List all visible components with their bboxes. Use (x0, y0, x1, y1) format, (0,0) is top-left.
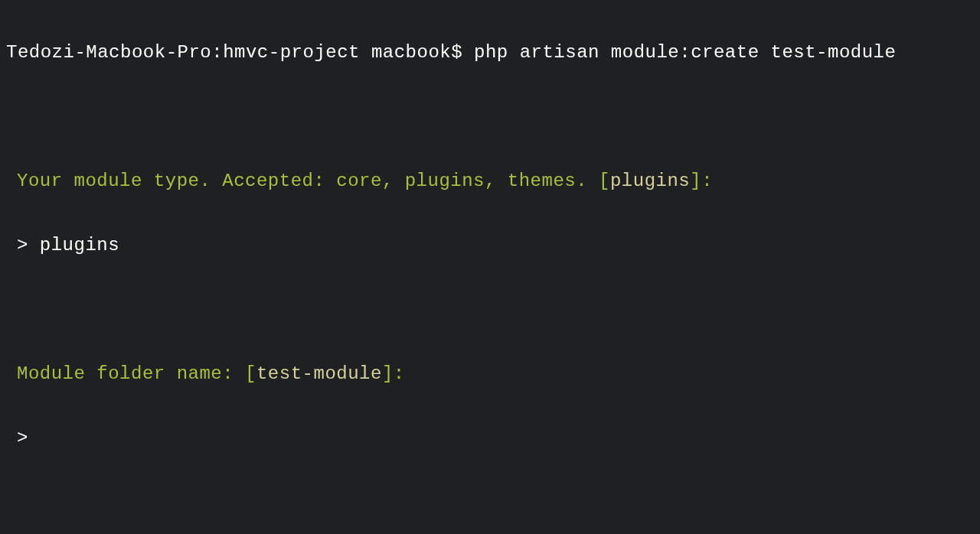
bracket-close: ]: (690, 171, 713, 191)
blank-line (6, 294, 974, 326)
blank-line (6, 487, 974, 519)
question-text: Module folder name: (17, 363, 234, 384)
default-value: plugins (610, 171, 690, 191)
answer-module-type: > plugins (6, 230, 974, 262)
command-text: php artisan module:create test-module (474, 42, 896, 63)
question-text: Your module type. Accepted: core, plugin… (17, 171, 587, 191)
prompt-dir: hmvc-project (223, 42, 360, 63)
prompt-user: macbook$ (371, 42, 462, 63)
bracket-open: [ (599, 171, 610, 191)
default-value: test-module (256, 363, 382, 384)
prompt-host: Tedozi-Macbook-Pro: (6, 42, 223, 63)
bracket-open: [ (245, 363, 256, 384)
answer-marker: > (17, 428, 28, 448)
answer-folder-name: > (6, 422, 974, 454)
blank-line (6, 101, 974, 133)
question-module-type: Your module type. Accepted: core, plugin… (6, 165, 974, 197)
answer-text: plugins (40, 235, 119, 256)
question-folder-name: Module folder name: [test-module]: (6, 358, 974, 390)
bracket-close: ]: (382, 363, 405, 384)
answer-marker: > (17, 235, 28, 256)
command-line: Tedozi-Macbook-Pro:hmvc-project macbook$… (6, 37, 974, 69)
terminal-output[interactable]: Tedozi-Macbook-Pro:hmvc-project macbook$… (6, 5, 974, 534)
